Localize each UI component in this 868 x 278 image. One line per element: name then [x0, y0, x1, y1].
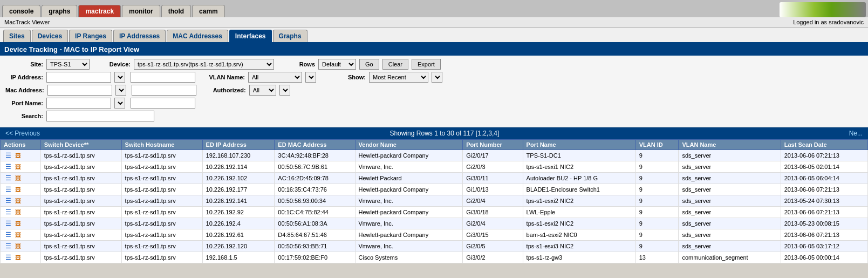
bar-chart-icon[interactable]: ☰ — [4, 242, 12, 250]
ip-input[interactable] — [46, 72, 111, 83]
bar-chart-icon[interactable]: ☰ — [4, 208, 12, 216]
device-icon[interactable]: 🖼 — [13, 162, 22, 171]
bar-chart-icon[interactable]: ☰ — [4, 174, 12, 182]
authorized-select[interactable]: All — [249, 85, 276, 96]
bar-chart-icon[interactable]: ☰ — [4, 162, 12, 171]
bar-chart-icon[interactable]: ☰ — [4, 196, 12, 205]
bar-chart-icon[interactable]: ☰ — [4, 253, 12, 262]
search-input[interactable] — [46, 111, 154, 121]
device-icon[interactable]: 🖼 — [13, 253, 22, 262]
table-row: ☰ 🖼 tps-s1-rz-sd1.tp.srv tps-s1-rz-sd1.t… — [1, 161, 868, 173]
cell-switch-hostname: tps-s1-rz-sd1.tp.srv — [121, 161, 202, 173]
cell-vlan-id: 9 — [635, 195, 679, 207]
device-icon[interactable]: 🖼 — [13, 151, 22, 160]
device-select[interactable]: tps-s1-rz-sd1.tp.srv(tps-s1-rz-sd1.tp.sr… — [134, 59, 274, 70]
site-select[interactable]: TPS-S1 — [46, 59, 90, 70]
col-ed-ip[interactable]: ED IP Address — [202, 140, 275, 150]
bar-chart-icon[interactable]: ☰ — [4, 185, 12, 194]
mac-input2[interactable] — [132, 85, 196, 96]
tab-interfaces[interactable]: Interfaces — [229, 30, 272, 42]
bar-chart-icon[interactable]: ☰ — [4, 219, 12, 228]
ip-label: IP Address: — [5, 74, 43, 80]
cell-switch-hostname: tps-s1-rz-sd1.tp.srv — [121, 229, 202, 241]
device-icon[interactable]: 🖼 — [13, 185, 22, 194]
cell-port-name: BLADE1-Enclosure Switch1 — [523, 184, 635, 195]
vlan-name-select[interactable]: All — [248, 72, 302, 83]
cell-vlan-name: communication_segment — [679, 252, 781, 263]
cell-vlan-id: 13 — [635, 252, 679, 263]
device-icon[interactable]: 🖼 — [13, 219, 22, 228]
port-name-input2[interactable] — [131, 98, 195, 109]
cell-switch-device: tps-s1-rz-sd1.tp.srv — [40, 241, 121, 252]
device-icon[interactable]: 🖼 — [13, 196, 22, 205]
cell-vlan-id: 9 — [635, 173, 679, 184]
tab-camm[interactable]: camm — [192, 5, 225, 17]
cell-vlan-name: sds_server — [679, 229, 781, 241]
cell-switch-device: tps-s1-rz-sd1.tp.srv — [40, 195, 121, 207]
cell-vendor: Hewlett-packard Company — [355, 229, 463, 241]
ip-input2[interactable] — [131, 72, 195, 83]
prev-link[interactable]: << Previous — [5, 130, 40, 137]
col-switch-device[interactable]: Switch Device** — [40, 140, 121, 150]
tab-sites[interactable]: Sites — [3, 30, 31, 42]
cell-switch-device: tps-s1-rz-sd1.tp.srv — [40, 252, 121, 263]
tab-thold[interactable]: thold — [161, 5, 191, 17]
col-port-number[interactable]: Port Number — [463, 140, 523, 150]
port-name-dropdown[interactable] — [114, 98, 125, 109]
cell-ed-mac: D4:85:64:67:51:46 — [275, 229, 355, 241]
port-name-input[interactable] — [46, 98, 111, 109]
authorized-label: Authorized: — [208, 87, 246, 93]
cell-vendor: Cisco Systems — [355, 252, 463, 263]
authorized-dropdown[interactable] — [279, 85, 290, 96]
col-vlan-id[interactable]: VLAN ID — [635, 140, 679, 150]
tab-devices[interactable]: Devices — [32, 30, 68, 42]
tab-mactrack[interactable]: mactrack — [78, 5, 121, 17]
tab-graphs-top[interactable]: graphs — [42, 5, 77, 17]
cell-ed-mac: 00:50:56:93:BB:71 — [275, 241, 355, 252]
clear-button[interactable]: Clear — [382, 59, 408, 70]
cell-port-number: Gi1/0/13 — [463, 184, 523, 195]
tab-console[interactable]: console — [2, 5, 40, 17]
tab-graphs[interactable]: Graphs — [273, 30, 307, 42]
col-vlan-name[interactable]: VLAN Name — [679, 140, 781, 150]
tab-ip-addresses[interactable]: IP Addresses — [113, 30, 166, 42]
go-button[interactable]: Go — [359, 59, 379, 70]
device-icon[interactable]: 🖼 — [13, 174, 22, 182]
device-icon[interactable]: 🖼 — [13, 242, 22, 250]
show-select[interactable]: Most Recent — [369, 72, 428, 83]
form-row-5: Search: — [5, 111, 863, 121]
device-icon[interactable]: 🖼 — [13, 208, 22, 216]
col-vendor[interactable]: Vendor Name — [355, 140, 463, 150]
cell-vendor: Hewlett-packard Company — [355, 207, 463, 218]
table-row: ☰ 🖼 tps-s1-rz-sd1.tp.srv tps-s1-rz-sd1.t… — [1, 218, 868, 229]
col-port-name[interactable]: Port Name — [523, 140, 635, 150]
bar-chart-icon[interactable]: ☰ — [4, 230, 12, 239]
col-ed-mac[interactable]: ED MAC Address — [275, 140, 355, 150]
cell-vlan-id: 9 — [635, 229, 679, 241]
rows-select[interactable]: Default — [318, 59, 356, 70]
show-dropdown[interactable] — [432, 72, 442, 83]
cell-switch-device: tps-s1-rz-sd1.tp.srv — [40, 173, 121, 184]
mac-input[interactable] — [47, 85, 112, 96]
form-row-1: Site: TPS-S1 Device: tps-s1-rz-sd1.tp.sr… — [5, 59, 863, 70]
cell-port-number: Gi3/0/15 — [463, 229, 523, 241]
vlan-name-dropdown[interactable] — [305, 72, 316, 83]
app-title-bar: MacTrack Viewer Logged in as sradovanovi… — [0, 17, 868, 28]
tab-monitor[interactable]: monitor — [122, 5, 160, 17]
next-link[interactable]: Ne... — [849, 130, 863, 137]
col-switch-hostname[interactable]: Switch Hostname — [121, 140, 202, 150]
device-icon[interactable]: 🖼 — [13, 230, 22, 239]
col-last-scan[interactable]: Last Scan Date — [781, 140, 867, 150]
cell-ed-mac: 00:1C:C4:7B:82:44 — [275, 207, 355, 218]
cell-ed-ip: 10.226.192.120 — [202, 241, 275, 252]
cell-ed-ip: 10.226.192.61 — [202, 229, 275, 241]
ip-dropdown[interactable] — [114, 72, 125, 83]
mac-dropdown[interactable] — [115, 85, 126, 96]
tab-mac-addresses[interactable]: MAC Addresses — [167, 30, 228, 42]
export-button[interactable]: Export — [412, 59, 441, 70]
cell-ed-ip: 192.168.107.230 — [202, 150, 275, 161]
cell-switch-hostname: tps-s1-rz-sd1.tp.srv — [121, 173, 202, 184]
cell-port-number: Gi3/0/2 — [463, 252, 523, 263]
tab-ip-ranges[interactable]: IP Ranges — [69, 30, 112, 42]
bar-chart-icon[interactable]: ☰ — [4, 151, 12, 160]
